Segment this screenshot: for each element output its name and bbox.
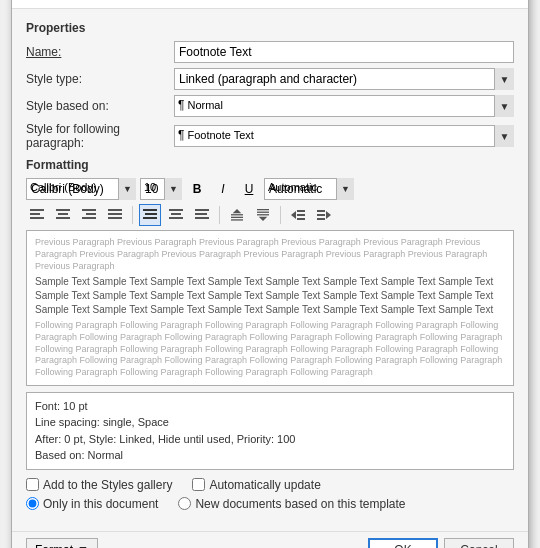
font-select-wrap: Calibri (Body) ▼ Calibri (Body) [26, 178, 136, 200]
dialog-content: Properties Name: Style type: Linked (par… [12, 9, 528, 531]
description-line2: Line spacing: single, Space [35, 414, 505, 431]
svg-rect-29 [231, 214, 243, 215]
svg-rect-25 [195, 213, 207, 215]
preview-box: Previous Paragraph Previous Paragraph Pr… [26, 230, 514, 386]
indent-increase-button[interactable] [313, 204, 335, 226]
justify-button[interactable] [104, 204, 126, 226]
style-based-select-wrap: ▼ ¶ Normal [174, 95, 514, 117]
svg-rect-24 [195, 209, 209, 211]
svg-rect-33 [257, 212, 269, 213]
svg-rect-37 [297, 210, 305, 212]
bold-button[interactable]: B [186, 178, 208, 200]
svg-rect-20 [169, 209, 183, 211]
name-input[interactable] [174, 41, 514, 63]
svg-rect-42 [317, 218, 325, 220]
svg-rect-12 [108, 209, 122, 211]
svg-rect-8 [82, 209, 96, 211]
new-documents-radio-label[interactable]: New documents based on this template [178, 497, 405, 511]
radio-row: Only in this document New documents base… [26, 497, 514, 511]
preview-sample-text: Sample Text Sample Text Sample Text Samp… [35, 275, 505, 317]
styles-gallery-checkbox-label[interactable]: Add to the Styles gallery [26, 478, 172, 492]
description-line1: Font: 10 pt [35, 398, 505, 415]
svg-rect-31 [231, 220, 243, 221]
format-dropdown-button[interactable]: Format ▼ [26, 538, 98, 548]
cancel-button[interactable]: Cancel [444, 538, 514, 548]
title-bar: Modify Style ? ✕ [12, 0, 528, 9]
style-based-row: Style based on: ▼ ¶ Normal [26, 95, 514, 117]
properties-section-label: Properties [26, 21, 514, 35]
svg-rect-16 [143, 209, 157, 211]
align-left-indent-button[interactable] [139, 204, 161, 226]
underline-button[interactable]: U [238, 178, 260, 200]
line-spacing-increase-button[interactable] [226, 204, 248, 226]
align-toolbar-row [26, 204, 514, 226]
svg-rect-5 [58, 213, 68, 215]
line-spacing-decrease-button[interactable] [252, 204, 274, 226]
svg-rect-41 [317, 214, 325, 216]
auto-update-checkbox-label[interactable]: Automatically update [192, 478, 320, 492]
description-line3: After: 0 pt, Style: Linked, Hide until u… [35, 431, 505, 448]
styles-gallery-checkbox[interactable] [26, 478, 39, 491]
svg-rect-22 [169, 217, 183, 219]
svg-rect-40 [317, 210, 325, 212]
align-center-indent-button[interactable] [165, 204, 187, 226]
auto-update-checkbox[interactable] [192, 478, 205, 491]
name-label: Name: [26, 45, 174, 59]
style-based-label: Style based on: [26, 99, 174, 113]
align-center-button[interactable] [52, 204, 74, 226]
format-dropdown-label: Format [35, 543, 73, 548]
indent-decrease-button[interactable] [287, 204, 309, 226]
svg-rect-32 [257, 209, 269, 210]
svg-rect-6 [56, 217, 70, 219]
svg-rect-2 [30, 217, 44, 219]
svg-rect-14 [108, 217, 122, 219]
color-select-wrap: Automatic ▼ Automatic [264, 178, 354, 200]
svg-marker-35 [259, 217, 268, 221]
align-right-indent-button[interactable] [191, 204, 213, 226]
align-left-button[interactable] [26, 204, 48, 226]
formatting-section-label: Formatting [26, 158, 514, 172]
toolbar-separator-2 [219, 206, 220, 224]
preview-following-paragraph: Following Paragraph Following Paragraph … [35, 320, 505, 378]
toolbar-separator-1 [132, 206, 133, 224]
color-select[interactable]: Automatic [264, 178, 354, 200]
svg-rect-17 [145, 213, 157, 215]
formatting-section: Formatting Calibri (Body) ▼ Calibri (Bod… [26, 158, 514, 511]
align-right-button[interactable] [78, 204, 100, 226]
size-select[interactable]: 10 [140, 178, 182, 200]
toolbar-separator-3 [280, 206, 281, 224]
svg-rect-0 [30, 209, 44, 211]
size-select-wrap: 10 ▼ 10 [140, 178, 182, 200]
svg-rect-18 [143, 217, 157, 219]
svg-rect-39 [297, 218, 305, 220]
checkboxes-row: Add to the Styles gallery Automatically … [26, 478, 514, 492]
description-line4: Based on: Normal [35, 447, 505, 464]
style-type-label: Style type: [26, 72, 174, 86]
svg-marker-28 [233, 209, 242, 213]
italic-button[interactable]: I [212, 178, 234, 200]
svg-marker-43 [326, 211, 331, 219]
style-following-row: Style for following paragraph: ▼ ¶ Footn… [26, 122, 514, 150]
styles-gallery-label: Add to the Styles gallery [43, 478, 172, 492]
svg-rect-13 [108, 213, 122, 215]
new-documents-label: New documents based on this template [195, 497, 405, 511]
font-select[interactable]: Calibri (Body) [26, 178, 136, 200]
svg-rect-9 [86, 213, 96, 215]
new-documents-radio[interactable] [178, 497, 191, 510]
description-box: Font: 10 pt Line spacing: single, Space … [26, 392, 514, 470]
only-document-radio[interactable] [26, 497, 39, 510]
bottom-right-buttons: OK Cancel [368, 538, 514, 548]
svg-rect-4 [56, 209, 70, 211]
svg-rect-38 [297, 214, 305, 216]
svg-rect-34 [257, 214, 269, 215]
ok-button[interactable]: OK [368, 538, 438, 548]
style-type-select-wrap: Linked (paragraph and character) ▼ [174, 68, 514, 90]
only-document-radio-label[interactable]: Only in this document [26, 497, 158, 511]
name-row: Name: [26, 41, 514, 63]
style-type-select[interactable]: Linked (paragraph and character) [174, 68, 514, 90]
preview-previous-paragraph: Previous Paragraph Previous Paragraph Pr… [35, 237, 505, 272]
svg-rect-30 [231, 217, 243, 218]
style-following-select[interactable] [174, 125, 514, 147]
style-based-select[interactable] [174, 95, 514, 117]
format-dropdown-arrow-icon: ▼ [77, 543, 89, 548]
